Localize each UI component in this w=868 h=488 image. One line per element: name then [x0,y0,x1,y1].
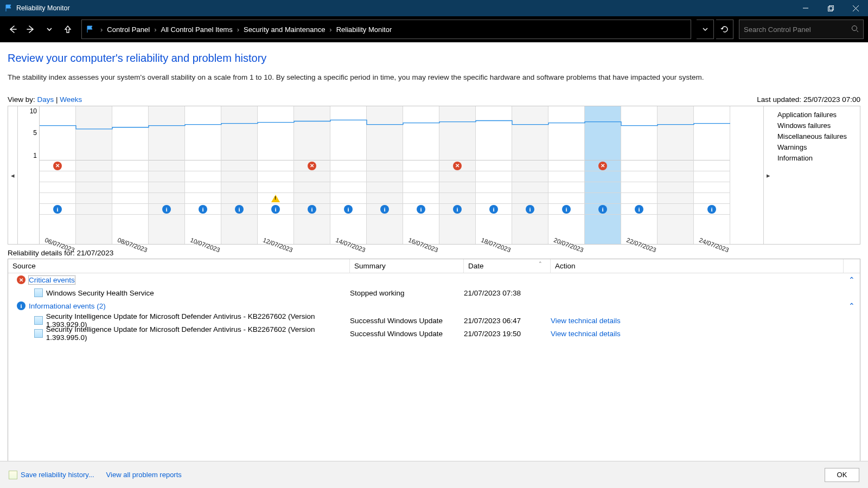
window-title: Reliability Monitor [16,4,70,12]
address-dropdown-button[interactable] [697,20,714,39]
chart-grid[interactable]: ✕i06/07/202308/07/2023ii10/07/2023ii12/0… [40,106,763,244]
info-icon: i [162,205,171,214]
chart-day-column[interactable]: i14/07/2023 [330,106,367,244]
chart-day-column[interactable]: 08/07/2023 [112,106,149,244]
y-tick: 10 [30,107,37,115]
column-date[interactable]: Date ⌃ [464,259,551,273]
event-summary: Successful Windows Update [350,317,464,325]
chart-day-column[interactable]: i24/07/2023 [694,106,730,244]
update-icon [34,316,43,325]
view-by-label: View by: [8,95,35,104]
column-action[interactable]: Action [551,259,844,273]
navigation-bar: › Control Panel › All Control Panel Item… [0,16,868,42]
bottom-bar: Save reliability history... View all pro… [0,461,868,488]
view-details-link[interactable]: View technical details [551,317,621,325]
column-summary[interactable]: Summary [350,259,464,273]
legend-app-failures: Application failures [777,110,860,120]
view-reports-link[interactable]: View all problem reports [106,471,182,479]
y-tick: 5 [33,129,37,137]
page-description: The stability index assesses your system… [8,73,860,81]
breadcrumb[interactable]: Reliability Monitor [336,25,392,34]
window-maximize-button[interactable] [818,0,843,16]
info-icon: i [417,205,425,214]
save-history-link[interactable]: Save reliability history... [21,471,94,479]
chart-day-column[interactable]: i [221,106,258,244]
event-summary: Successful Windows Update [350,330,464,338]
chart-day-column[interactable]: i [512,106,548,244]
chart-scroll-left-button[interactable]: ◂ [8,106,18,244]
group-label: Critical events [28,275,75,285]
address-bar[interactable]: › Control Panel › All Control Panel Item… [81,20,691,39]
info-icon: i [17,301,25,310]
event-source: Security Intelligence Update for Microso… [46,325,350,342]
collapse-icon[interactable]: ⌃ [844,275,860,284]
collapse-icon[interactable]: ⌃ [844,301,860,310]
search-box[interactable] [739,20,864,39]
refresh-button[interactable] [716,20,733,39]
info-icon: i [526,205,534,214]
address-flag-icon [86,25,96,33]
breadcrumb[interactable]: All Control Panel Items [161,25,232,34]
nav-history-dropdown[interactable] [41,21,58,37]
svg-rect-1 [828,7,832,11]
window-minimize-button[interactable] [793,0,818,16]
group-critical-events[interactable]: ✕ Critical events ⌃ [8,273,860,286]
chart-day-column[interactable]: i10/07/2023 [185,106,221,244]
error-icon: ✕ [453,162,462,170]
breadcrumb[interactable]: Security and Maintenance [244,25,325,34]
event-row[interactable]: Security Intelligence Update for Microso… [8,312,860,325]
chevron-right-icon: › [100,25,103,34]
chart-day-column[interactable]: i [149,106,185,244]
column-source[interactable]: Source [8,259,350,273]
event-date: 21/07/2023 06:47 [464,317,551,325]
info-icon: i [308,205,316,214]
chevron-right-icon: › [329,25,331,34]
svg-point-5 [852,25,857,30]
nav-up-button[interactable] [60,21,76,37]
view-by-weeks-link[interactable]: Weeks [60,95,82,104]
window-close-button[interactable] [843,0,868,16]
title-bar: Reliability Monitor [0,0,868,16]
event-summary: Stopped working [350,289,464,297]
chart-legend: Application failures Windows failures Mi… [773,106,860,244]
breadcrumb[interactable]: Control Panel [107,25,150,34]
event-row[interactable]: Windows Security Health Service Stopped … [8,286,860,299]
view-by-days-link[interactable]: Days [37,95,54,104]
chart-day-column[interactable]: ✕i06/07/2023 [40,106,76,244]
info-icon: i [344,205,353,214]
document-icon [9,471,17,479]
legend-warnings: Warnings [777,142,860,153]
warning-icon [271,195,280,202]
chart-day-column[interactable]: ✕i [439,106,476,244]
search-input[interactable] [744,25,851,34]
chart-day-column[interactable]: i20/07/2023 [548,106,585,244]
view-details-link[interactable]: View technical details [551,330,621,338]
chart-y-axis: 10 5 1 [18,106,40,244]
chart-day-column[interactable]: i22/07/2023 [621,106,658,244]
nav-back-button[interactable] [4,21,21,37]
chart-day-column[interactable] [658,106,694,244]
chart-day-column[interactable]: i18/07/2023 [476,106,512,244]
chart-day-column[interactable]: i [367,106,403,244]
chart-day-column[interactable]: ✕i [585,106,621,244]
view-by-selector: View by: Days | Weeks [8,95,82,104]
chart-day-column[interactable] [76,106,112,244]
chart-day-column[interactable]: ✕i [294,106,330,244]
chart-day-column[interactable]: i12/07/2023 [258,106,294,244]
event-date: 21/07/2023 19:50 [464,330,551,338]
event-date: 21/07/2023 07:38 [464,289,551,297]
ok-button[interactable]: OK [825,468,859,482]
table-header: Source Summary Date ⌃ Action [8,259,860,273]
info-icon: i [199,205,207,214]
y-tick: 1 [33,152,37,159]
event-row[interactable]: Security Intelligence Update for Microso… [8,325,860,338]
nav-forward-button[interactable] [23,21,39,37]
info-icon: i [489,205,498,214]
chart-scroll-right-button[interactable]: ▸ [763,106,773,244]
legend-win-failures: Windows failures [777,120,860,131]
info-icon: i [380,205,389,214]
chart-day-column[interactable]: i16/07/2023 [403,106,439,244]
update-icon [34,329,43,338]
info-icon: i [235,205,244,214]
group-informational-events[interactable]: i Informational events (2) ⌃ [8,299,860,312]
